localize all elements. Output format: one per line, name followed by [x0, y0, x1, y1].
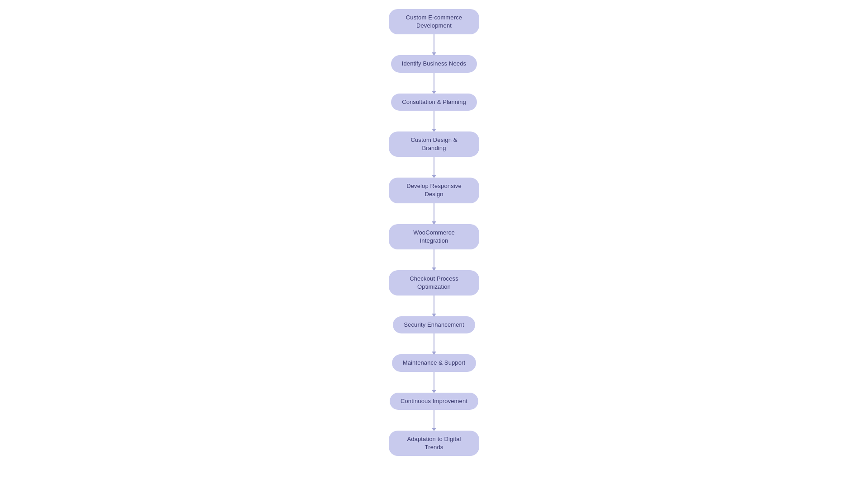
flow-node-consultation-planning[interactable]: Consultation & Planning — [391, 94, 477, 111]
connector-7 — [434, 333, 434, 354]
flow-node-checkout-process[interactable]: Checkout Process Optimization — [389, 270, 479, 296]
flow-node-adaptation-digital[interactable]: Adaptation to Digital Trends — [389, 431, 479, 456]
connector-1 — [434, 73, 434, 94]
connector-9 — [434, 410, 434, 431]
flow-node-custom-ecommerce[interactable]: Custom E-commerce Development — [389, 9, 479, 34]
flow-node-woocommerce[interactable]: WooCommerce Integration — [389, 224, 479, 249]
connector-2 — [434, 111, 434, 131]
connector-8 — [434, 372, 434, 393]
connector-5 — [434, 249, 434, 270]
connector-0 — [434, 34, 434, 55]
flowchart-container: Custom E-commerce DevelopmentIdentify Bu… — [366, 0, 502, 474]
flow-node-maintenance-support[interactable]: Maintenance & Support — [392, 354, 476, 371]
connector-3 — [434, 157, 434, 178]
flow-node-develop-responsive[interactable]: Develop Responsive Design — [389, 178, 479, 203]
flow-node-continuous-improvement[interactable]: Continuous Improvement — [390, 393, 478, 410]
connector-6 — [434, 296, 434, 316]
flow-node-security-enhancement[interactable]: Security Enhancement — [393, 316, 475, 333]
connector-4 — [434, 203, 434, 224]
flow-node-custom-design[interactable]: Custom Design & Branding — [389, 131, 479, 157]
flow-node-identify-business[interactable]: Identify Business Needs — [391, 55, 477, 72]
